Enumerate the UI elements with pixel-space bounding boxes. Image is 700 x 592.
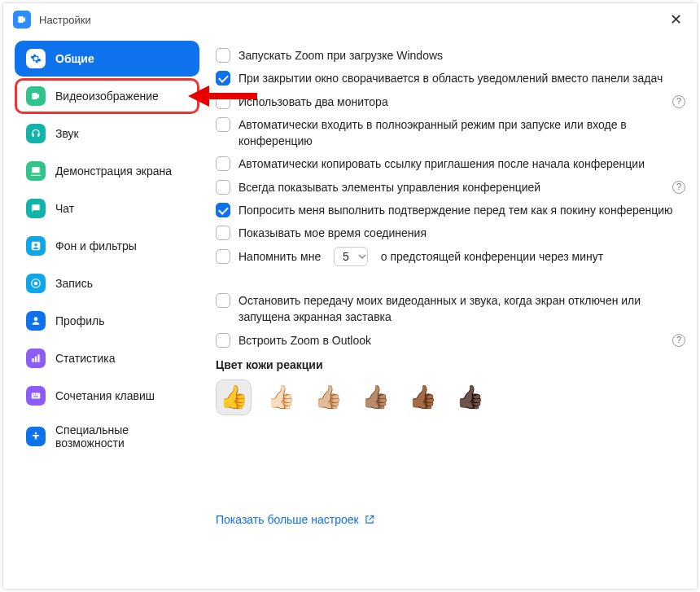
sidebar-item-label: Специальные возможности xyxy=(55,423,188,449)
sidebar-item-label: Запись xyxy=(55,277,93,290)
sidebar-item-video[interactable]: Видеоизображение xyxy=(15,78,199,114)
option-label: Напомнить мне 5 о предстоящей конференци… xyxy=(238,248,685,265)
skin-tone-option[interactable]: 👍🏻 xyxy=(263,379,299,415)
keyboard-icon xyxy=(26,386,46,406)
option-auto-copy-invite[interactable]: Автоматически копировать ссылку приглаше… xyxy=(216,156,685,172)
sidebar-item-label: Статистика xyxy=(55,352,116,365)
sidebar-item-audio[interactable]: Звук xyxy=(15,116,199,151)
sidebar-item-shortcuts[interactable]: Сочетания клавиш xyxy=(15,378,199,414)
option-auto-fullscreen[interactable]: Автоматически входить в полноэкранный ре… xyxy=(216,116,685,150)
option-stop-av-on-lock[interactable]: Остановить передачу моих видеоданных и з… xyxy=(216,292,685,326)
video-icon xyxy=(26,86,46,106)
option-label: Показывать мое время соединения xyxy=(238,225,685,241)
help-icon[interactable]: ? xyxy=(672,95,685,108)
option-label: Автоматически входить в полноэкранный ре… xyxy=(238,116,685,150)
option-label: При закрытии окно сворачивается в област… xyxy=(238,70,685,86)
option-label: Автоматически копировать ссылку приглаше… xyxy=(238,156,685,172)
option-label: Использовать два монитора xyxy=(238,94,661,110)
checkbox[interactable] xyxy=(216,249,230,264)
accessibility-icon xyxy=(26,427,46,446)
window-title: Настройки xyxy=(39,14,665,26)
option-label: Всегда показывать элементы управления ко… xyxy=(238,179,661,195)
option-start-on-windows[interactable]: Запускать Zoom при загрузке Windows xyxy=(216,47,685,64)
svg-point-5 xyxy=(34,282,38,286)
option-label: Остановить передачу моих видеоданных и з… xyxy=(238,292,685,326)
checkbox[interactable] xyxy=(216,203,230,217)
svg-rect-9 xyxy=(37,354,39,362)
skin-tone-title: Цвет кожи реакции xyxy=(216,358,685,371)
sidebar-item-label: Демонстрация экрана xyxy=(55,164,172,178)
checkbox[interactable] xyxy=(216,48,230,63)
sidebar-item-label: Общие xyxy=(55,52,94,65)
svg-rect-7 xyxy=(32,358,33,362)
option-confirm-leave[interactable]: Попросить меня выполнить подтверждение п… xyxy=(216,202,685,218)
titlebar: Настройки ✕ xyxy=(3,3,697,36)
checkbox[interactable] xyxy=(216,180,230,195)
sidebar-item-background[interactable]: Фон и фильтры xyxy=(15,228,199,264)
sidebar-item-profile[interactable]: Профиль xyxy=(15,303,199,339)
sidebar-item-recording[interactable]: Запись xyxy=(15,265,199,301)
sidebar-item-label: Звук xyxy=(55,127,79,140)
option-label: Попросить меня выполнить подтверждение п… xyxy=(238,202,685,218)
zoom-app-icon xyxy=(13,11,31,29)
svg-rect-14 xyxy=(33,397,38,397)
background-icon xyxy=(26,236,46,256)
skin-tone-option[interactable]: 👍🏾 xyxy=(405,379,440,415)
option-outlook[interactable]: Встроить Zoom в Outlook ? xyxy=(216,332,685,349)
svg-point-15 xyxy=(35,432,37,434)
settings-panel: Запускать Zoom при загрузке Windows При … xyxy=(211,36,697,589)
svg-rect-13 xyxy=(37,394,37,395)
sidebar-item-label: Видеоизображение xyxy=(55,90,159,103)
skin-tone-option[interactable]: 👍🏽 xyxy=(357,379,393,415)
option-label: Встроить Zoom в Outlook xyxy=(238,332,661,349)
skin-tone-option[interactable]: 👍 xyxy=(216,379,252,415)
external-link-icon xyxy=(364,514,375,525)
sidebar-item-general[interactable]: Общие xyxy=(15,41,199,77)
skin-tone-option[interactable]: 👍🏼 xyxy=(310,379,346,415)
sidebar-item-accessibility[interactable]: Специальные возможности xyxy=(15,415,199,458)
option-minimize-to-tray[interactable]: При закрытии окно сворачивается в област… xyxy=(216,70,685,86)
svg-rect-10 xyxy=(32,393,41,399)
help-icon[interactable]: ? xyxy=(672,181,685,194)
checkbox[interactable] xyxy=(216,71,230,86)
svg-point-3 xyxy=(34,243,37,247)
share-screen-icon xyxy=(26,161,46,181)
option-remind[interactable]: Напомнить мне 5 о предстоящей конференци… xyxy=(216,248,685,265)
skin-tone-row: 👍 👍🏻 👍🏼 👍🏽 👍🏾 👍🏿 xyxy=(216,379,685,415)
checkbox[interactable] xyxy=(216,333,230,348)
sidebar-item-chat[interactable]: Чат xyxy=(15,191,199,226)
checkbox[interactable] xyxy=(216,117,230,132)
sidebar-item-statistics[interactable]: Статистика xyxy=(15,340,199,376)
sidebar-item-label: Чат xyxy=(55,202,74,215)
svg-marker-1 xyxy=(188,86,209,107)
checkbox[interactable] xyxy=(216,293,230,308)
sidebar: Общие Видеоизображение Звук xyxy=(3,36,211,589)
option-show-connect-time[interactable]: Показывать мое время соединения xyxy=(216,225,685,241)
more-settings-link[interactable]: Показать больше настроек xyxy=(216,513,375,526)
gear-icon xyxy=(26,49,46,68)
checkbox[interactable] xyxy=(216,156,230,171)
close-button[interactable]: ✕ xyxy=(665,11,687,29)
option-label: Запускать Zoom при загрузке Windows xyxy=(238,47,685,64)
chat-icon xyxy=(26,199,46,218)
sidebar-item-share-screen[interactable]: Демонстрация экрана xyxy=(15,153,199,189)
headphones-icon xyxy=(26,124,46,143)
option-dual-monitors[interactable]: Использовать два монитора ? xyxy=(216,94,685,110)
sidebar-item-label: Фон и фильтры xyxy=(55,239,137,252)
option-always-show-controls[interactable]: Всегда показывать элементы управления ко… xyxy=(216,179,685,195)
help-icon[interactable]: ? xyxy=(672,334,685,347)
svg-point-6 xyxy=(34,317,38,321)
chevron-down-icon xyxy=(358,252,366,261)
checkbox[interactable] xyxy=(216,226,230,240)
svg-rect-12 xyxy=(35,394,36,395)
profile-icon xyxy=(26,311,46,331)
settings-window: Настройки ✕ Общие Видеоизображение xyxy=(3,3,697,589)
checkbox[interactable] xyxy=(216,94,230,109)
sidebar-item-label: Профиль xyxy=(55,314,104,327)
skin-tone-option[interactable]: 👍🏿 xyxy=(452,379,488,415)
sidebar-item-label: Сочетания клавиш xyxy=(55,389,155,402)
statistics-icon xyxy=(26,349,46,368)
svg-rect-8 xyxy=(35,357,37,362)
svg-rect-11 xyxy=(33,394,34,395)
record-icon xyxy=(26,274,46,293)
